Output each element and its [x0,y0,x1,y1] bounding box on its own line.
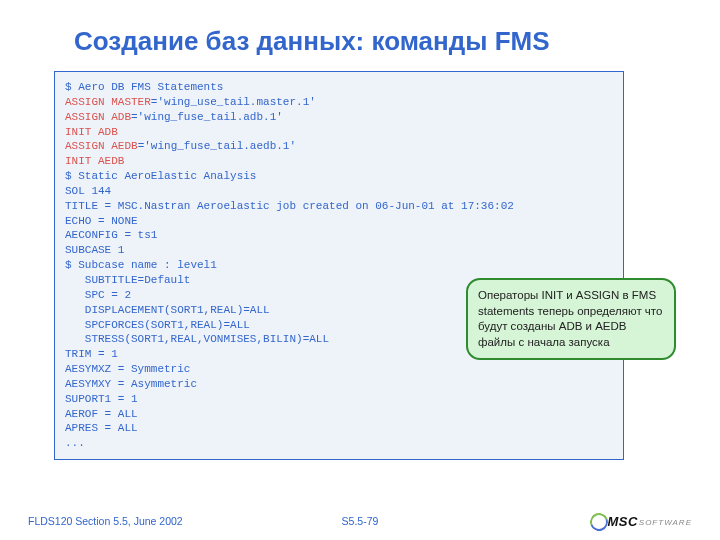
code-keyword: INIT ADB [65,126,118,138]
code-line: AESYMXY = Asymmetric [65,378,197,390]
footer: FLDS120 Section 5.5, June 2002 S5.5-79 M… [0,512,720,530]
code-line: DISPLACEMENT(SORT1,REAL)=ALL [65,304,270,316]
code-line: $ Subcase name : level1 [65,259,217,271]
code-line: SUPORT1 = 1 [65,393,138,405]
code-line: AEROF = ALL [65,408,138,420]
code-keyword: ASSIGN ADB [65,111,131,123]
code-line: TRIM = 1 [65,348,118,360]
slide: Создание баз данных: команды FMS $ Aero … [0,0,720,540]
code-line: APRES = ALL [65,422,138,434]
code-line: TITLE = MSC.Nastran Aeroelastic job crea… [65,200,514,212]
code-line: ECHO = NONE [65,215,138,227]
code-line: STRESS(SORT1,REAL,VONMISES,BILIN)=ALL [65,333,329,345]
footer-center: S5.5-79 [249,515,470,527]
code-line: AECONFIG = ts1 [65,229,157,241]
code-line: SPCFORCES(SORT1,REAL)=ALL [65,319,250,331]
code-keyword: ASSIGN MASTER [65,96,151,108]
callout-box: Операторы INIT и ASSIGN в FMS statements… [466,278,676,360]
code-line: ='wing_fuse_tail.aedb.1' [138,140,296,152]
code-line: SOL 144 [65,185,111,197]
code-line: ... [65,437,85,449]
logo-text: MSCSOFTWARE [607,514,692,529]
swoosh-icon [589,512,607,530]
code-line: SPC = 2 [65,289,131,301]
code-line: SUBCASE 1 [65,244,124,256]
code-line: $ Aero DB FMS Statements [65,81,223,93]
code-keyword: INIT AEDB [65,155,124,167]
page-title: Создание баз данных: команды FMS [74,26,672,57]
footer-left: FLDS120 Section 5.5, June 2002 [28,515,249,527]
footer-logo: MSCSOFTWARE [471,512,692,530]
code-line: ='wing_fuse_tail.adb.1' [131,111,283,123]
code-keyword: ASSIGN AEDB [65,140,138,152]
code-line: AESYMXZ = Symmetric [65,363,190,375]
code-block: $ Aero DB FMS Statements ASSIGN MASTER='… [54,71,624,460]
code-line: $ Static AeroElastic Analysis [65,170,256,182]
code-line: ='wing_use_tail.master.1' [151,96,316,108]
code-line: SUBTITLE=Default [65,274,190,286]
